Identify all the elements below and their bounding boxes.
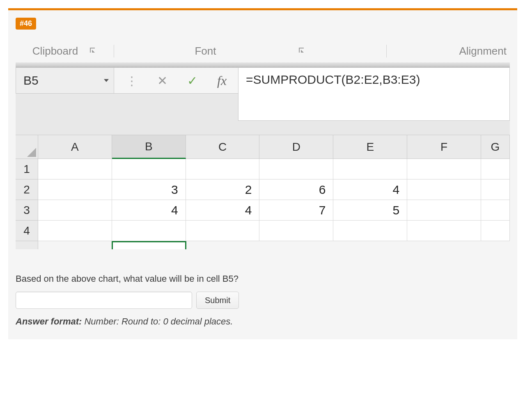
spreadsheet-grid: A B C D E F G 1 2 3 (16, 135, 510, 249)
ribbon-divider (16, 62, 510, 67)
name-box[interactable]: B5 (16, 67, 114, 94)
cell-c3[interactable]: 4 (186, 200, 260, 221)
cell-a3[interactable] (38, 200, 112, 221)
column-headers: A B C D E F G (16, 135, 510, 159)
cell-b4[interactable] (112, 221, 186, 241)
cell-a1[interactable] (38, 159, 112, 179)
cell-b2[interactable]: 3 (112, 179, 186, 200)
cell-c2[interactable]: 2 (186, 179, 260, 200)
answer-format: Answer format: Number: Round to: 0 decim… (16, 316, 510, 327)
row-header-3[interactable]: 3 (16, 200, 38, 221)
dialog-launcher-icon[interactable] (89, 47, 97, 55)
cell-c1[interactable] (186, 159, 260, 179)
question-number-tag: #46 (16, 18, 36, 30)
row-3: 3 4 4 7 5 (16, 200, 510, 221)
cell-a2[interactable] (38, 179, 112, 200)
cell-d4[interactable] (259, 221, 333, 241)
cell-d1[interactable] (259, 159, 333, 179)
name-box-value: B5 (23, 74, 39, 87)
cell-e3[interactable]: 5 (333, 200, 407, 221)
row-1: 1 (16, 159, 510, 179)
formula-bar: B5 ⋮ ✕ ✓ fx =SUMPRODUCT(B2:E2,B3:E3) (16, 67, 510, 94)
fx-icon[interactable]: fx (217, 73, 227, 88)
col-header-f[interactable]: F (407, 135, 481, 159)
cell-g4[interactable] (481, 221, 510, 241)
cell-e2[interactable]: 4 (333, 179, 407, 200)
excel-screenshot: Clipboard Font Alignment B5 ⋮ ✕ (16, 39, 510, 262)
cell-b3[interactable]: 4 (112, 200, 186, 221)
cell-e4[interactable] (333, 221, 407, 241)
ribbon-group-clipboard: Clipboard (16, 45, 114, 58)
formula-input[interactable]: =SUMPRODUCT(B2:E2,B3:E3) (238, 67, 510, 121)
more-icon[interactable]: ⋮ (126, 74, 138, 88)
row-5-partial (16, 241, 510, 249)
answer-row: Submit (16, 292, 510, 309)
formula-bar-buttons: ⋮ ✕ ✓ fx (114, 67, 238, 94)
col-header-b[interactable]: B (112, 135, 186, 159)
cell-b1[interactable] (112, 159, 186, 179)
select-all-corner[interactable] (16, 135, 38, 159)
row-4: 4 (16, 221, 510, 241)
col-header-d[interactable]: D (259, 135, 333, 159)
ribbon-label-clipboard: Clipboard (32, 45, 78, 58)
question-container: #46 Clipboard Font Alignment B5 (8, 8, 517, 339)
cell-c4[interactable] (186, 221, 260, 241)
cell-g3[interactable] (481, 200, 510, 221)
col-header-g[interactable]: G (481, 135, 510, 159)
row-header-5[interactable] (16, 241, 38, 249)
answer-format-text: Number: Round to: 0 decimal places. (82, 316, 233, 327)
question-text: Based on the above chart, what value wil… (16, 274, 510, 284)
row-2: 2 3 2 6 4 (16, 179, 510, 200)
cell-d3[interactable]: 7 (259, 200, 333, 221)
cell-e1[interactable] (333, 159, 407, 179)
cell-f1[interactable] (407, 159, 481, 179)
answer-format-label: Answer format: (16, 316, 82, 327)
col-header-c[interactable]: C (186, 135, 260, 159)
row-header-1[interactable]: 1 (16, 159, 38, 179)
ribbon-group-font: Font (114, 45, 387, 58)
cell-g1[interactable] (481, 159, 510, 179)
ribbon-label-alignment: Alignment (459, 45, 507, 58)
ribbon-label-font: Font (195, 45, 216, 58)
cell-d2[interactable]: 6 (259, 179, 333, 200)
enter-icon[interactable]: ✓ (187, 74, 197, 88)
row-header-2[interactable]: 2 (16, 179, 38, 200)
cancel-icon[interactable]: ✕ (157, 74, 167, 88)
ribbon-group-alignment: Alignment (387, 45, 510, 58)
chevron-down-icon[interactable] (104, 79, 109, 82)
ribbon-group-labels: Clipboard Font Alignment (16, 39, 510, 62)
submit-button[interactable]: Submit (196, 292, 239, 309)
cell-f4[interactable] (407, 221, 481, 241)
row-header-4[interactable]: 4 (16, 221, 38, 241)
cell-a4[interactable] (38, 221, 112, 241)
dialog-launcher-icon[interactable] (298, 47, 306, 55)
selected-cell-b5[interactable] (112, 241, 186, 249)
col-header-e[interactable]: E (333, 135, 407, 159)
answer-input[interactable] (16, 292, 192, 309)
cell-f3[interactable] (407, 200, 481, 221)
cell-f2[interactable] (407, 179, 481, 200)
cell-g2[interactable] (481, 179, 510, 200)
col-header-a[interactable]: A (38, 135, 112, 159)
